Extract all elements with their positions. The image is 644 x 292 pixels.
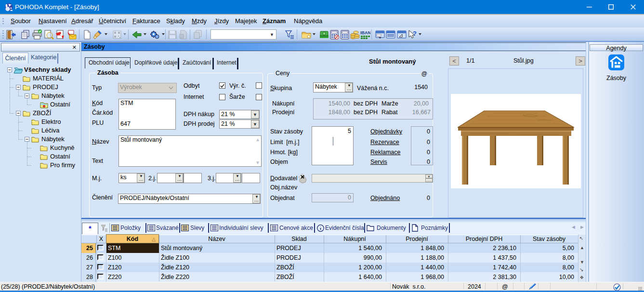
svg-text:?: ? bbox=[413, 30, 417, 37]
svg-text:A: A bbox=[58, 32, 61, 37]
svg-text:IBAN: IBAN bbox=[360, 30, 370, 35]
